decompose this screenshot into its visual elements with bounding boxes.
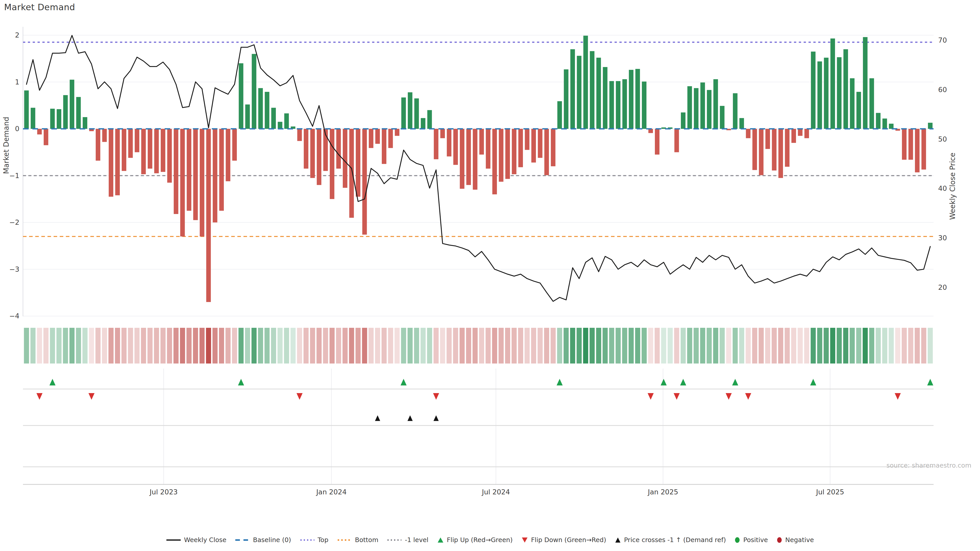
demand-bar <box>570 49 575 129</box>
legend-label: Flip Down (Green→Red) <box>531 536 606 544</box>
demand-bar <box>908 129 913 160</box>
demand-bar <box>609 81 614 129</box>
heatmap-cell <box>317 328 321 364</box>
demand-bar <box>50 109 55 129</box>
flip-up-marker <box>49 379 56 386</box>
heatmap-cell <box>108 328 114 364</box>
left-axis-tick-label: −2 <box>9 218 19 226</box>
demand-bar <box>791 129 796 143</box>
heatmap-cell <box>56 328 62 364</box>
baseline-dash-icon <box>235 539 250 541</box>
legend-label: Flip Up (Red→Green) <box>447 536 513 544</box>
heatmap-cell <box>525 328 530 364</box>
heatmap-cell <box>538 328 542 364</box>
legend-label: Price crosses -1 ↑ (Demand ref) <box>624 536 726 544</box>
heatmap-cell <box>921 328 926 364</box>
demand-bar <box>30 108 35 129</box>
minus1-dotted-icon <box>387 539 402 541</box>
demand-bar <box>492 129 497 194</box>
heatmap-cell <box>531 328 536 364</box>
demand-bar <box>76 97 81 129</box>
demand-bar <box>434 129 438 159</box>
heatmap-cell <box>563 328 569 364</box>
demand-bar <box>681 113 686 129</box>
bottom-dotted-icon <box>337 539 352 541</box>
demand-bar <box>700 83 705 129</box>
heatmap-cell <box>694 328 699 364</box>
demand-bar <box>863 37 867 129</box>
heatmap-cell <box>121 328 127 364</box>
heatmap-cell <box>550 328 555 364</box>
heatmap-cell <box>50 328 55 364</box>
heatmap-cell <box>830 328 835 364</box>
demand-bar <box>466 129 471 185</box>
demand-bar <box>447 129 452 156</box>
heatmap-cell <box>277 328 283 364</box>
demand-bar <box>499 129 504 182</box>
heatmap-cell <box>375 328 380 364</box>
demand-bar <box>317 129 321 185</box>
heatmap-cell <box>837 328 842 364</box>
heatmap-cell <box>505 328 510 364</box>
heatmap-cell <box>251 328 256 364</box>
heatmap-cell <box>616 328 620 364</box>
heatmap-cell <box>102 328 107 364</box>
demand-bar <box>115 129 120 195</box>
demand-bar <box>102 129 107 142</box>
right-axis-tick-label: 70 <box>938 36 947 44</box>
left-axis-tick-label: −3 <box>9 265 19 273</box>
heatmap-cell <box>557 328 562 364</box>
heatmap-cell <box>869 328 874 364</box>
legend-label: Negative <box>785 536 814 544</box>
demand-bar <box>551 129 555 166</box>
heatmap-cell <box>37 328 42 364</box>
demand-bar <box>707 90 711 129</box>
demand-bar <box>759 129 764 175</box>
heatmap-cell <box>271 328 276 364</box>
demand-bar <box>883 119 887 129</box>
heatmap-cell <box>720 328 725 364</box>
demand-bar <box>811 52 815 129</box>
heatmap-cell <box>323 328 328 364</box>
demand-bar <box>141 129 146 174</box>
heatmap-cell <box>141 328 146 364</box>
heatmap-cell <box>908 328 913 364</box>
demand-bar <box>427 110 432 129</box>
heatmap-cell <box>414 328 419 364</box>
heatmap-cell <box>889 328 894 364</box>
heatmap-cell <box>791 328 796 364</box>
demand-bar <box>251 54 256 129</box>
demand-bar <box>778 129 783 178</box>
heatmap-cell <box>739 328 744 364</box>
demand-bar <box>564 69 568 129</box>
heatmap-cell <box>401 328 406 364</box>
demand-bar <box>57 109 61 129</box>
legend-label: -1 level <box>405 536 428 544</box>
demand-bar <box>473 129 477 190</box>
legend-item-weekly-close: Weekly Close <box>166 536 226 544</box>
heatmap-cell <box>89 328 94 364</box>
x-axis-date-label: Jul 2024 <box>481 488 510 496</box>
demand-bar <box>876 113 880 129</box>
demand-bar <box>830 38 835 129</box>
demand-bar <box>531 129 536 162</box>
demand-bar <box>167 129 172 183</box>
heatmap-cell <box>850 328 855 364</box>
legend-item-flip-down: Flip Down (Green→Red) <box>522 536 606 544</box>
demand-bar <box>174 129 178 214</box>
heatmap-cell <box>486 328 491 364</box>
heatmap-cell <box>544 328 549 364</box>
heatmap-cell <box>473 328 478 364</box>
flip-up-marker <box>401 379 407 386</box>
demand-bar <box>421 118 425 129</box>
heatmap-cell <box>186 328 192 364</box>
price-cross-marker <box>375 415 380 421</box>
demand-bar <box>746 129 751 138</box>
heatmap-cell <box>811 328 816 364</box>
heatmap-cell <box>304 328 309 364</box>
flip-up-marker <box>557 379 563 386</box>
left-axis-tick-label: −1 <box>9 171 19 179</box>
price-cross-triangle-icon <box>615 537 621 543</box>
source-note: source: sharemaestro.com <box>886 462 972 469</box>
right-axis-tick-label: 50 <box>938 135 947 143</box>
